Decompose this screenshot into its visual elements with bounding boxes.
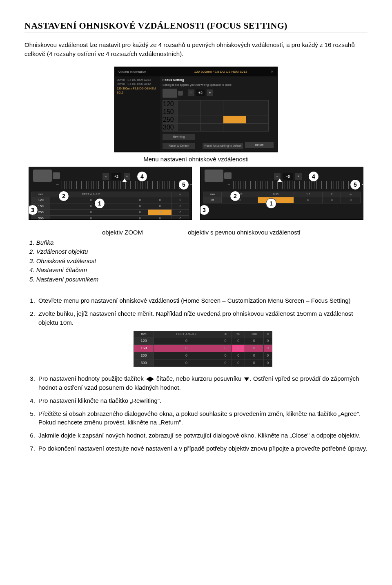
minus-icon: − xyxy=(188,89,194,96)
reset-default-button: Reset to Default xyxy=(163,143,195,149)
left-right-arrows-icon xyxy=(146,377,154,382)
plus-icon: + xyxy=(207,89,213,96)
camera-icon xyxy=(33,170,52,182)
slider-ruler xyxy=(233,181,359,189)
prime-label: objektiv s pevnou ohniskovou vzdáleností xyxy=(184,229,301,236)
slider-cursor-icon xyxy=(122,179,127,182)
lens-sidebar: 30mm F1.4 DC HSM A013 35mm F1.4 DG HSM A… xyxy=(115,76,160,152)
step-1: Otevřete menu pro nastavení ohniskové vz… xyxy=(37,296,368,305)
callout-5: 5 xyxy=(350,179,361,190)
callout-3: 3 xyxy=(200,205,209,215)
page-heading: NASTAVENÍ OHNISKOVÉ VZDÁLENOSTI (FOCUS S… xyxy=(24,20,368,31)
focus-setting-screenshot: Update Information 120-300mm F2.8 DG OS … xyxy=(114,67,278,152)
panel-subtitle: Setting is not applied yet until writing… xyxy=(160,83,277,88)
slider-ruler xyxy=(62,181,187,189)
intro-paragraph: Ohniskovou vzdálenost lze nastavit pro k… xyxy=(24,40,368,58)
callout-3: 3 xyxy=(29,205,38,215)
heading-rule xyxy=(24,33,368,33)
step-5: Přečtěte si obsah zobrazeného dialogovéh… xyxy=(37,409,368,427)
slider-cursor-icon xyxy=(277,179,282,182)
callout-5: 5 xyxy=(178,179,189,190)
zoom-label: objektiv ZOOM xyxy=(102,229,143,236)
screenshot-caption: Menu nastavení ohniskové vzdálenosti xyxy=(24,156,368,163)
close-icon: ✕ xyxy=(271,70,274,74)
sidebar-item: 30mm F1.4 DC HSM A013 xyxy=(117,78,158,83)
panel-title: Focus Setting xyxy=(160,76,277,83)
rewriting-button: Rewriting xyxy=(163,134,195,140)
focus-table: 120 150 250 300 xyxy=(163,100,269,132)
camera-icon xyxy=(205,170,223,182)
example-table: mm FEET 4.9–8.2 30 50 100 ∞ 120 0 0 0 0 … xyxy=(134,331,272,367)
tab-update-info: Update Information xyxy=(118,70,146,74)
callout-4: 4 xyxy=(308,171,319,182)
callout-legend: 1. Buňka 2. Vzdálenost objektu 3. Ohnisk… xyxy=(29,238,368,284)
counter-value: −5 xyxy=(283,173,293,180)
down-triangle-icon xyxy=(244,377,249,381)
prime-lens-screenshot: − −5 + 4 5 mm0.930.931.52∞ 3500000 1 2 3 xyxy=(200,167,363,220)
counter-value: +2 xyxy=(196,89,205,96)
sidebar-item-selected: 120-300mm F2.8 DG OS HSM S013 xyxy=(117,87,158,95)
plus-icon: + xyxy=(295,173,302,180)
minus-icon: − xyxy=(102,173,109,180)
counter-value: +2 xyxy=(111,173,121,180)
steps-list: Otevřete menu pro nastavení ohniskové vz… xyxy=(24,296,368,453)
window-title: 120-300mm F2.8 DG OS HSM S013 xyxy=(194,70,247,74)
callout-4: 4 xyxy=(137,171,147,182)
callout-1: 1 xyxy=(266,198,276,209)
step-7: Po dokončení nastavení otestujte nové na… xyxy=(37,444,368,453)
callout-1: 1 xyxy=(94,198,105,209)
sidebar-item: 35mm F1.4 DG HSM A012 xyxy=(117,82,158,87)
step-3: Pro nastavení hodnoty použijte tlačítek … xyxy=(37,374,368,392)
step-6: Jakmile dojde k zapsání nových hodnot, z… xyxy=(37,431,368,440)
callout-2: 2 xyxy=(230,191,241,201)
reset-focus-button: Reset focus setting to default xyxy=(203,143,243,149)
step-4: Pro nastavení klikněte na tlačítko „Rewr… xyxy=(37,396,368,405)
step-2: Zvolte buňku, jejíž nastavení chcete měn… xyxy=(37,309,368,367)
camera-icon xyxy=(163,89,177,98)
return-button: Return xyxy=(245,142,274,148)
zoom-lens-screenshot: − +2 + 4 5 mmFEET 4.9−8.2∞ 1200000 15000… xyxy=(29,167,192,220)
callout-2: 2 xyxy=(58,191,69,201)
